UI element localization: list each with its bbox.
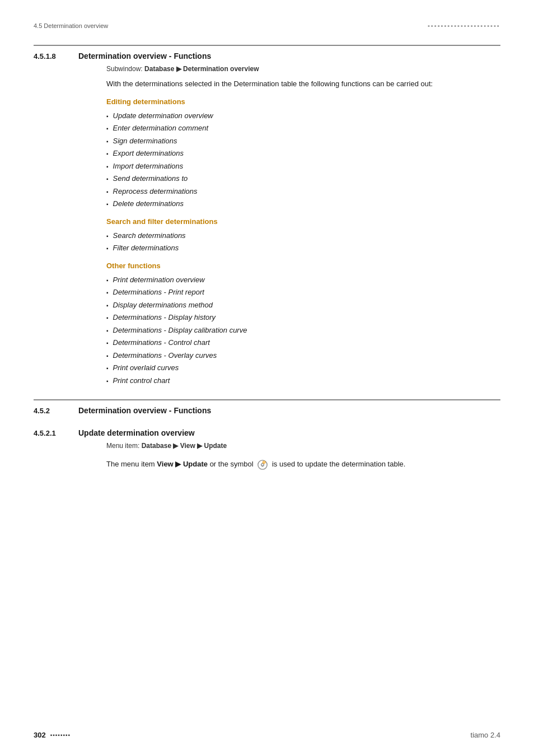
list-item: Update determination overview xyxy=(106,110,500,122)
list-item: Export determinations xyxy=(106,148,500,159)
footer-page: 302 ▪▪▪▪▪▪▪▪ xyxy=(34,731,71,739)
section-4521: 4.5.2.1 Update determination overview Me… xyxy=(34,428,500,470)
list-item: Display determinations method xyxy=(106,300,500,311)
section-452: 4.5.2 Determination overview - Functions xyxy=(34,399,500,415)
update-description: The menu item View ▶ Update or the symbo… xyxy=(106,459,500,470)
footer-bar: 302 ▪▪▪▪▪▪▪▪ tiamo 2.4 xyxy=(34,731,500,739)
list-item: Import determinations xyxy=(106,161,500,172)
subwindow-prefix: Subwindow: xyxy=(106,65,143,73)
section-4518: 4.5.1.8 Determination overview - Functio… xyxy=(34,45,500,386)
list-item: Determinations - Control chart xyxy=(106,337,500,348)
desc-part2: or the symbol xyxy=(208,460,254,468)
section-4518-number: 4.5.1.8 xyxy=(34,52,67,60)
list-item: Sign determinations xyxy=(106,136,500,147)
list-item: Enter determination comment xyxy=(106,123,500,134)
section-4521-title: Update determination overview xyxy=(78,428,195,437)
subwindow-path: Database ▶ Determination overview xyxy=(144,65,259,73)
footer-squares: ▪▪▪▪▪▪▪▪ xyxy=(50,732,71,738)
list-item: Filter determinations xyxy=(106,242,500,254)
section-4521-content: Menu item: Database ▶ View ▶ Update The … xyxy=(106,442,500,470)
section-452-heading: 4.5.2 Determination overview - Functions xyxy=(34,399,500,415)
list-item: Send determinations to xyxy=(106,173,500,184)
list-item: Search determinations xyxy=(106,230,500,241)
page-number: 302 xyxy=(34,731,46,739)
list-item: Determinations - Overlay curves xyxy=(106,350,500,361)
desc-bold: View ▶ Update xyxy=(157,460,208,468)
list-item: Print overlaid curves xyxy=(106,362,500,374)
page: 4.5 Determination overview ▪▪▪▪▪▪▪▪▪▪▪▪▪… xyxy=(0,0,534,756)
section-4518-title: Determination overview - Functions xyxy=(78,52,211,60)
other-list: Print determination overview Determinati… xyxy=(106,274,500,386)
section-4521-heading: 4.5.2.1 Update determination overview xyxy=(34,428,500,437)
section-4518-content: Subwindow: Database ▶ Determination over… xyxy=(106,65,500,386)
editing-title: Editing determinations xyxy=(106,97,500,106)
section-4518-heading: 4.5.1.8 Determination overview - Functio… xyxy=(34,45,500,60)
section-452-title: Determination overview - Functions xyxy=(78,406,211,415)
search-title: Search and filter determinations xyxy=(106,217,500,226)
menu-item-line: Menu item: Database ▶ View ▶ Update xyxy=(106,442,500,450)
update-icon xyxy=(257,459,268,470)
header-dots: ▪▪▪▪▪▪▪▪▪▪▪▪▪▪▪▪▪▪▪▪▪▪ xyxy=(428,22,500,29)
menu-prefix: Menu item: xyxy=(106,442,139,450)
list-item: Determinations - Print report xyxy=(106,287,500,298)
footer-brand: tiamo 2.4 xyxy=(471,731,500,739)
desc-part3: is used to update the determination tabl… xyxy=(272,460,406,468)
section-452-number: 4.5.2 xyxy=(34,407,67,415)
list-item: Delete determinations xyxy=(106,198,500,209)
section-4518-description: With the determinations selected in the … xyxy=(106,78,500,90)
subwindow-line: Subwindow: Database ▶ Determination over… xyxy=(106,65,500,73)
desc-part1: The menu item xyxy=(106,460,157,468)
list-item: Print determination overview xyxy=(106,274,500,286)
other-title: Other functions xyxy=(106,262,500,270)
list-item: Reprocess determinations xyxy=(106,186,500,197)
menu-path: Database ▶ View ▶ Update xyxy=(142,442,227,450)
list-item: Determinations - Display history xyxy=(106,312,500,323)
header-section-label: 4.5 Determination overview xyxy=(34,22,108,29)
list-item: Determinations - Display calibration cur… xyxy=(106,325,500,336)
editing-list: Update determination overview Enter dete… xyxy=(106,110,500,209)
section-4521-number: 4.5.2.1 xyxy=(34,429,67,437)
header-bar: 4.5 Determination overview ▪▪▪▪▪▪▪▪▪▪▪▪▪… xyxy=(34,22,500,29)
search-list: Search determinations Filter determinati… xyxy=(106,230,500,254)
list-item: Print control chart xyxy=(106,375,500,386)
